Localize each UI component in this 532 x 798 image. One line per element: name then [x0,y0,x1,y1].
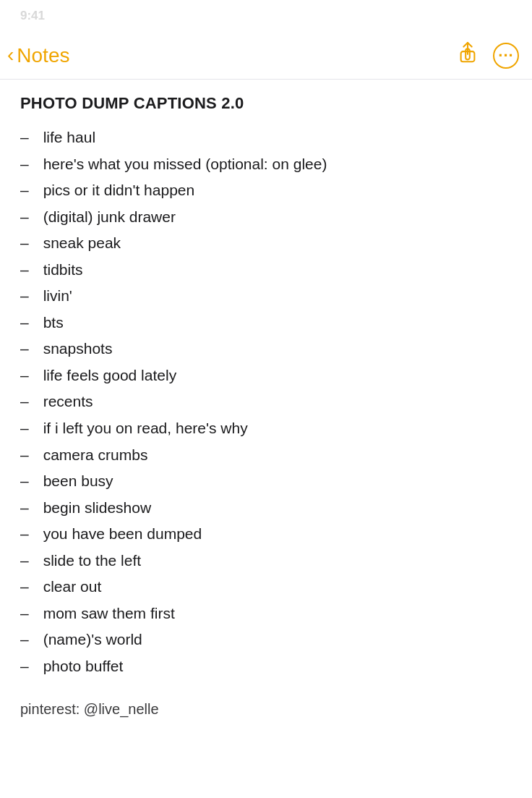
list-item: –snapshots [20,337,512,361]
list-dash: – [20,153,29,177]
list-item-text: been busy [43,470,113,493]
list-item-text: photo buffet [43,655,124,679]
share-icon [458,42,477,64]
list-item-text: slide to the left [43,549,141,573]
list-dash: – [20,575,29,599]
list-dash: – [20,364,29,388]
status-time: 9:41 [20,9,45,23]
list-dash: – [20,522,29,546]
list-item: –mom saw them first [20,602,512,626]
list-dash: – [20,549,29,573]
list-item: –here's what you missed (optional: on gl… [20,153,512,177]
more-button[interactable]: ··· [493,43,519,69]
list-item: –livin' [20,284,512,308]
list-dash: – [20,417,29,441]
list-item-text: you have been dumped [43,522,202,546]
nav-bar: ‹ Notes ··· [0,32,532,80]
list-dash: – [20,390,29,414]
list-dash: – [20,655,29,679]
list-dash: – [20,337,29,361]
list-dash: – [20,311,29,335]
list-item: –life haul [20,126,512,150]
list-dash: – [20,205,29,229]
list-item: –if i left you on read, here's why [20,417,512,441]
list-item: –sneak peak [20,232,512,255]
list-item: –camera crumbs [20,443,512,467]
nav-actions: ··· [458,42,519,69]
list-item: –(digital) junk drawer [20,205,512,229]
list-item-text: mom saw them first [43,602,175,626]
list-item: –slide to the left [20,549,512,573]
list-item-text: tidbits [43,258,83,282]
back-button[interactable]: ‹ Notes [7,44,69,67]
list-item: –photo buffet [20,655,512,679]
list-dash: – [20,496,29,520]
list-item-text: life haul [43,126,95,150]
list-item: –been busy [20,470,512,493]
list-dash: – [20,470,29,493]
list-item-text: sneak peak [43,232,121,255]
list-dash: – [20,179,29,203]
list-item-text: (digital) junk drawer [43,205,176,229]
note-list: –life haul–here's what you missed (optio… [20,126,512,678]
list-item: –bts [20,311,512,335]
list-item-text: pics or it didn't happen [43,179,194,203]
phone-container: 9:41 ‹ Notes ··· PHOTO DUMP CAP [0,0,532,798]
list-item: –tidbits [20,258,512,282]
list-item: –(name)'s world [20,628,512,652]
list-item-text: if i left you on read, here's why [43,417,248,441]
list-dash: – [20,232,29,255]
list-item-text: (name)'s world [43,628,142,652]
list-item-text: snapshots [43,337,113,361]
list-item: –begin slideshow [20,496,512,520]
list-dash: – [20,628,29,652]
share-button[interactable] [458,42,477,69]
list-item: –recents [20,390,512,414]
list-item-text: begin slideshow [43,496,151,520]
note-footer: pinterest: @live_nelle [20,701,512,718]
list-dash: – [20,258,29,282]
list-item: –life feels good lately [20,364,512,388]
list-item-text: livin' [43,284,72,308]
list-dash: – [20,126,29,150]
list-dash: – [20,284,29,308]
list-item-text: recents [43,390,93,414]
note-title: PHOTO DUMP CAPTIONS 2.0 [20,94,512,113]
list-item: –pics or it didn't happen [20,179,512,203]
list-item-text: camera crumbs [43,443,148,467]
more-icon: ··· [498,46,513,65]
list-item: –clear out [20,575,512,599]
list-item: –you have been dumped [20,522,512,546]
list-item-text: clear out [43,575,102,599]
chevron-left-icon: ‹ [7,43,14,67]
list-item-text: bts [43,311,64,335]
list-item-text: life feels good lately [43,364,176,388]
status-bar: 9:41 [0,0,532,32]
note-content: PHOTO DUMP CAPTIONS 2.0 –life haul–here'… [0,80,532,739]
back-label: Notes [17,44,69,67]
list-dash: – [20,602,29,626]
list-item-text: here's what you missed (optional: on gle… [43,153,327,177]
list-dash: – [20,443,29,467]
